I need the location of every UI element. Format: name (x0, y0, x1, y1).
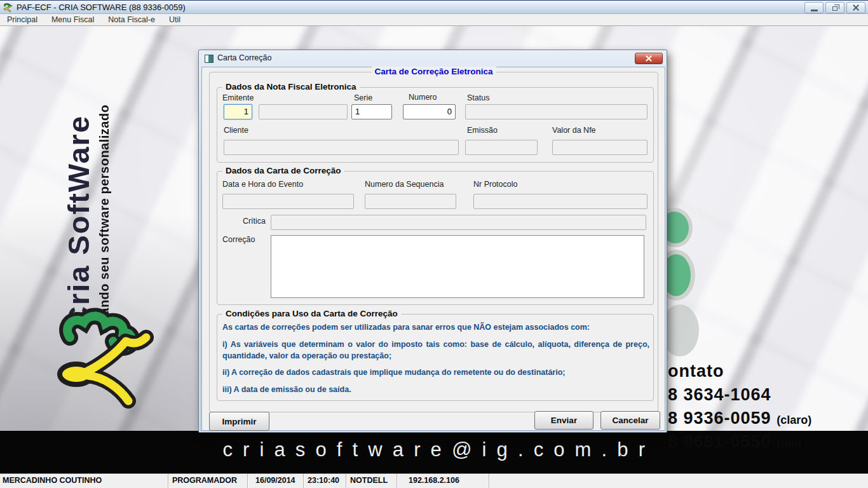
critica-label: Crítica (222, 217, 266, 226)
window-controls (804, 2, 865, 13)
conditions-intro: As cartas de correções podem ser utiliza… (222, 322, 649, 334)
phone-number: 8 9681-0550 (668, 432, 771, 451)
data-evento-label: Data e Hora do Evento (222, 180, 303, 189)
conditions-item-2: ii) A correção de dados cadastrais que i… (222, 367, 649, 379)
contact-heading: ontato (668, 362, 811, 381)
phone-carrier: (claro) (776, 414, 811, 426)
dialog-form-icon (205, 55, 214, 63)
serie-field[interactable]: 1 (351, 104, 392, 119)
dialog-header: Carta de Correção Eletronica (371, 67, 496, 76)
serie-label: Serie (354, 93, 372, 102)
conditions-group-title: Condições para Uso da Carta de Correção (222, 309, 401, 318)
close-icon (852, 4, 860, 11)
correcao-label: Correção (222, 235, 255, 244)
numero-label: Numero (409, 93, 437, 102)
contact-block: ontato 8 3634-1064 8 9336-0059 (claro) 8… (668, 362, 811, 452)
carta-correcao-dialog: Carta Correção Carta de Correção Eletron… (198, 50, 667, 433)
menubar: Principal Menu Fiscal Nota Fiscal-e Util (0, 14, 868, 26)
nfe-group-title: Dados da Nota Fiscal Eletronica (222, 82, 360, 92)
statusbar-time: 23:10:40 (304, 474, 346, 488)
statusbar-hostname: NOTDELL (346, 474, 397, 488)
conditions-text: As cartas de correções podem ser utiliza… (222, 322, 649, 402)
brand-mascot-logo (51, 304, 165, 412)
emitente-label: Emitente (222, 93, 254, 102)
phone-number: 8 9336-0059 (668, 409, 771, 428)
cce-group-title: Dados da Carta de Correção (222, 166, 344, 175)
statusbar-user: PROGRAMADOR (168, 474, 248, 488)
correcao-textarea[interactable] (271, 235, 644, 298)
close-button[interactable] (846, 2, 865, 13)
phone-number: 8 3634-1064 (668, 385, 771, 404)
menu-item-principal[interactable]: Principal (0, 14, 44, 25)
phone-carrier: (tim) (776, 437, 801, 450)
minimize-button[interactable] (804, 2, 824, 13)
contact-phone-3: 8 9681-0550 (tim) (668, 432, 811, 452)
contact-phone-2: 8 9336-0059 (claro) (668, 409, 811, 428)
brand-subtitle: Criando seu software personalizado (97, 92, 112, 334)
emitente-code-field[interactable]: 1 (224, 104, 252, 119)
enviar-button[interactable]: Enviar (534, 411, 593, 430)
protocolo-field (473, 194, 648, 209)
sequencia-field (365, 194, 456, 209)
cliente-field (224, 140, 459, 155)
statusbar-date: 16/09/2014 (248, 474, 304, 488)
critica-field (271, 215, 646, 230)
dialog-title: Carta Correção (217, 53, 271, 62)
contact-phone-1: 8 3634-1064 (668, 385, 811, 405)
protocolo-label: Nr Protocolo (473, 180, 517, 189)
statusbar: MERCADINHO COUTINHO PROGRAMADOR 16/09/20… (0, 473, 868, 488)
status-field (465, 104, 648, 119)
restore-icon (832, 6, 837, 11)
window-title: PAF-ECF - CRIA SOFTWARE (88 9336-0059) (17, 1, 186, 14)
close-icon (646, 55, 652, 62)
conditions-item-1: i) As variáveis que determinam o valor d… (222, 339, 649, 362)
emitente-name-field (259, 104, 348, 119)
cancelar-button[interactable]: Cancelar (600, 411, 660, 430)
imprimir-button[interactable]: Imprimir (209, 412, 269, 431)
app-mascot-icon (3, 3, 13, 13)
restore-button[interactable] (825, 2, 844, 13)
minimize-icon (811, 10, 818, 11)
statusbar-filler (489, 474, 868, 488)
data-evento-field (222, 194, 354, 209)
cliente-label: Cliente (224, 126, 248, 135)
valor-nfe-label: Valor da Nfe (552, 126, 596, 135)
menu-item-nota-fiscal-e[interactable]: Nota Fiscal-e (101, 14, 162, 25)
dialog-close-button[interactable] (635, 53, 663, 64)
emissao-field (465, 140, 538, 155)
window-titlebar: PAF-ECF - CRIA SOFTWARE (88 9336-0059) (0, 0, 868, 14)
menu-item-menu-fiscal[interactable]: Menu Fiscal (44, 14, 101, 25)
menu-item-util[interactable]: Util (162, 14, 187, 25)
screen: PAF-ECF - CRIA SOFTWARE (88 9336-0059) P… (0, 0, 868, 488)
statusbar-company: MERCADINHO COUTINHO (0, 474, 168, 488)
sequencia-label: Numero da Sequencia (365, 180, 444, 189)
status-label: Status (467, 93, 489, 102)
brand-title: Cria SoftWare (61, 83, 96, 328)
conditions-item-3: iii) A data de emissão ou de saída. (222, 384, 649, 396)
numero-field[interactable]: 0 (403, 104, 456, 119)
statusbar-ip: 192.168.2.106 (397, 474, 489, 488)
valor-nfe-field (552, 140, 648, 155)
emissao-label: Emissão (467, 126, 498, 135)
